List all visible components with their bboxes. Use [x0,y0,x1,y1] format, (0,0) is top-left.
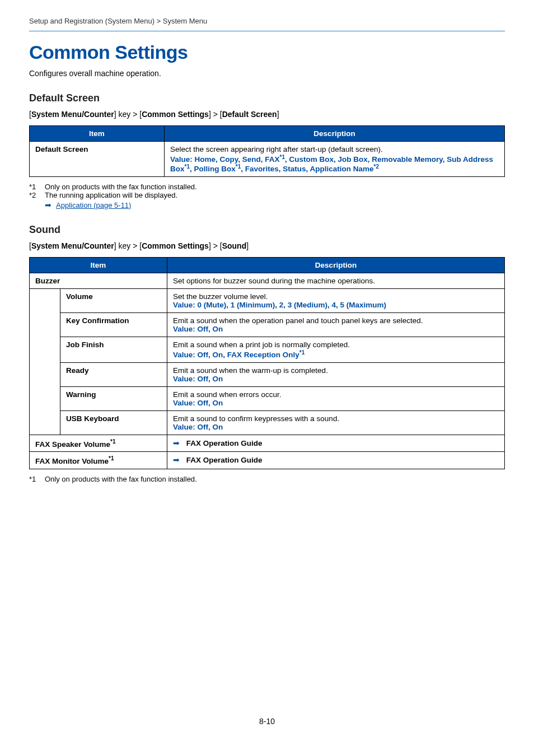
path-seg: Default Screen [222,110,277,119]
footnote-num: *1 [29,183,45,191]
td-desc: Emit a sound when a print job is normall… [167,337,505,363]
page-number: 8-10 [0,717,534,726]
th-description: Description [165,126,505,142]
footnote-num: *1 [29,475,45,483]
td-item-fax-speaker: FAX Speaker Volume*1 [30,435,167,452]
td-desc-fax-monitor: ➡ FAX Operation Guide [167,452,505,469]
td-item: USB Keyboard [60,410,167,435]
intro-text: Configures overall machine operation. [29,69,505,78]
td-desc: Emit a sound when the operation panel an… [167,313,505,337]
path-seg: Sound [222,241,247,250]
footnote-text: Only on products with the fax function i… [45,183,197,191]
arrow-icon: ➡ [173,439,180,447]
td-item: Warning [60,386,167,410]
td-item-buzzer: Buzzer [30,273,167,289]
footnotes-sound: *1 Only on products with the fax functio… [29,475,505,483]
section-heading-default-screen: Default Screen [29,92,505,104]
breadcrumb: Setup and Registration (System Menu) > S… [29,17,505,31]
application-link[interactable]: Application (page 5-11) [56,201,131,209]
arrow-icon: ➡ [45,200,51,209]
path-seg: Common Settings [142,110,209,119]
td-desc-buzzer: Set options for buzzer sound during the … [167,273,505,289]
td-item: Job Finish [60,337,167,363]
footnote-text: The running application will be displaye… [45,191,177,209]
fax-guide-ref[interactable]: FAX Operation Guide [186,439,263,447]
footnote-num: *2 [29,191,45,209]
path-seg: Common Settings [142,241,209,250]
td-desc-fax-speaker: ➡ FAX Operation Guide [167,435,505,452]
footnotes-default-screen: *1 Only on products with the fax functio… [29,183,505,209]
th-item: Item [30,126,165,142]
nav-path-default-screen: [System Menu/Counter] key > [Common Sett… [29,110,505,119]
td-desc: Select the screen appearing right after … [165,142,505,177]
td-item: Volume [60,289,167,313]
td-item: Default Screen [30,142,165,177]
fax-guide-ref[interactable]: FAX Operation Guide [186,456,263,464]
table-default-screen: Item Description Default Screen Select t… [29,125,505,177]
path-seg: System Menu/Counter [31,241,114,250]
td-desc: Emit a sound when errors occur. Value: O… [167,386,505,410]
path-seg: System Menu/Counter [31,110,114,119]
footnote-text: Only on products with the fax function i… [45,475,197,483]
value-text: : Home, Copy, Send, FAX*1, Custom Box, J… [170,155,493,174]
td-item: Key Confirmation [60,313,167,337]
th-description: Description [167,258,505,273]
td-desc: Emit a sound to confirm keypresses with … [167,410,505,435]
desc-text: Select the screen appearing right after … [170,145,383,153]
td-item: Ready [60,362,167,386]
section-heading-sound: Sound [29,224,505,236]
nav-path-sound: [System Menu/Counter] key > [Common Sett… [29,241,505,250]
td-desc: Set the buzzer volume level. Value: 0 (M… [167,289,505,313]
spacer [30,289,60,435]
arrow-icon: ➡ [173,456,180,464]
divider [29,31,505,31]
td-desc: Emit a sound when the warm-up is complet… [167,362,505,386]
value-label: Value [170,155,190,164]
table-sound: Item Description Buzzer Set options for … [29,257,505,469]
page-title: Common Settings [29,41,505,63]
th-item: Item [30,258,167,273]
td-item-fax-monitor: FAX Monitor Volume*1 [30,452,167,469]
